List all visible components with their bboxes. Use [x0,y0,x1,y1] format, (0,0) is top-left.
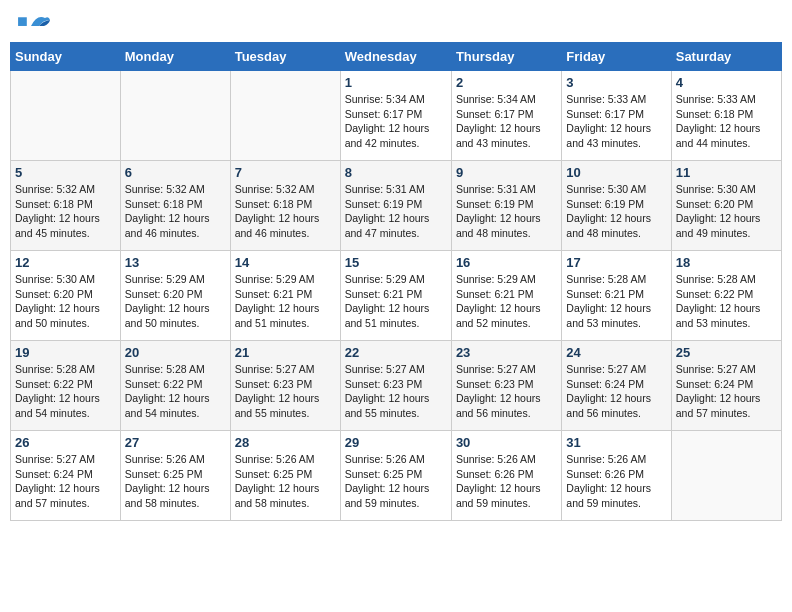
day-number: 28 [235,435,336,450]
logo: ■ [15,15,51,32]
calendar-cell [11,71,121,161]
day-number: 24 [566,345,666,360]
calendar-cell: 8Sunrise: 5:31 AMSunset: 6:19 PMDaylight… [340,161,451,251]
day-number: 17 [566,255,666,270]
day-number: 16 [456,255,557,270]
calendar-header-row: SundayMondayTuesdayWednesdayThursdayFrid… [11,43,782,71]
day-info: Sunrise: 5:29 AMSunset: 6:21 PMDaylight:… [456,272,557,331]
day-header-tuesday: Tuesday [230,43,340,71]
day-number: 8 [345,165,447,180]
calendar-cell: 6Sunrise: 5:32 AMSunset: 6:18 PMDaylight… [120,161,230,251]
calendar-cell [230,71,340,161]
day-number: 4 [676,75,777,90]
day-number: 1 [345,75,447,90]
day-info: Sunrise: 5:27 AMSunset: 6:24 PMDaylight:… [676,362,777,421]
day-number: 15 [345,255,447,270]
calendar-cell: 10Sunrise: 5:30 AMSunset: 6:19 PMDayligh… [562,161,671,251]
day-info: Sunrise: 5:34 AMSunset: 6:17 PMDaylight:… [456,92,557,151]
day-info: Sunrise: 5:26 AMSunset: 6:25 PMDaylight:… [345,452,447,511]
day-info: Sunrise: 5:28 AMSunset: 6:22 PMDaylight:… [15,362,116,421]
day-number: 26 [15,435,116,450]
calendar-cell: 9Sunrise: 5:31 AMSunset: 6:19 PMDaylight… [451,161,561,251]
day-number: 14 [235,255,336,270]
calendar-cell: 1Sunrise: 5:34 AMSunset: 6:17 PMDaylight… [340,71,451,161]
calendar-cell: 4Sunrise: 5:33 AMSunset: 6:18 PMDaylight… [671,71,781,161]
day-number: 5 [15,165,116,180]
page-header: ■ [10,10,782,32]
day-number: 23 [456,345,557,360]
calendar-cell: 28Sunrise: 5:26 AMSunset: 6:25 PMDayligh… [230,431,340,521]
day-number: 11 [676,165,777,180]
day-info: Sunrise: 5:29 AMSunset: 6:20 PMDaylight:… [125,272,226,331]
day-number: 18 [676,255,777,270]
day-info: Sunrise: 5:30 AMSunset: 6:19 PMDaylight:… [566,182,666,241]
day-info: Sunrise: 5:31 AMSunset: 6:19 PMDaylight:… [456,182,557,241]
day-header-friday: Friday [562,43,671,71]
calendar-cell: 26Sunrise: 5:27 AMSunset: 6:24 PMDayligh… [11,431,121,521]
calendar-cell: 19Sunrise: 5:28 AMSunset: 6:22 PMDayligh… [11,341,121,431]
day-info: Sunrise: 5:29 AMSunset: 6:21 PMDaylight:… [345,272,447,331]
day-info: Sunrise: 5:30 AMSunset: 6:20 PMDaylight:… [15,272,116,331]
day-number: 27 [125,435,226,450]
day-info: Sunrise: 5:28 AMSunset: 6:22 PMDaylight:… [125,362,226,421]
day-info: Sunrise: 5:26 AMSunset: 6:26 PMDaylight:… [566,452,666,511]
day-info: Sunrise: 5:27 AMSunset: 6:24 PMDaylight:… [15,452,116,511]
calendar-cell: 15Sunrise: 5:29 AMSunset: 6:21 PMDayligh… [340,251,451,341]
day-header-wednesday: Wednesday [340,43,451,71]
calendar-cell: 11Sunrise: 5:30 AMSunset: 6:20 PMDayligh… [671,161,781,251]
calendar-cell: 21Sunrise: 5:27 AMSunset: 6:23 PMDayligh… [230,341,340,431]
day-number: 7 [235,165,336,180]
calendar-cell: 30Sunrise: 5:26 AMSunset: 6:26 PMDayligh… [451,431,561,521]
calendar-cell: 18Sunrise: 5:28 AMSunset: 6:22 PMDayligh… [671,251,781,341]
calendar-cell: 25Sunrise: 5:27 AMSunset: 6:24 PMDayligh… [671,341,781,431]
week-row-1: 1Sunrise: 5:34 AMSunset: 6:17 PMDaylight… [11,71,782,161]
day-info: Sunrise: 5:32 AMSunset: 6:18 PMDaylight:… [15,182,116,241]
calendar-cell: 3Sunrise: 5:33 AMSunset: 6:17 PMDaylight… [562,71,671,161]
day-info: Sunrise: 5:27 AMSunset: 6:23 PMDaylight:… [345,362,447,421]
logo-bird-icon: ■ [17,11,51,32]
day-info: Sunrise: 5:26 AMSunset: 6:25 PMDaylight:… [235,452,336,511]
calendar-cell: 23Sunrise: 5:27 AMSunset: 6:23 PMDayligh… [451,341,561,431]
day-info: Sunrise: 5:27 AMSunset: 6:24 PMDaylight:… [566,362,666,421]
calendar-cell: 5Sunrise: 5:32 AMSunset: 6:18 PMDaylight… [11,161,121,251]
day-info: Sunrise: 5:27 AMSunset: 6:23 PMDaylight:… [235,362,336,421]
day-info: Sunrise: 5:33 AMSunset: 6:18 PMDaylight:… [676,92,777,151]
day-number: 6 [125,165,226,180]
day-info: Sunrise: 5:28 AMSunset: 6:21 PMDaylight:… [566,272,666,331]
day-info: Sunrise: 5:34 AMSunset: 6:17 PMDaylight:… [345,92,447,151]
calendar-cell: 22Sunrise: 5:27 AMSunset: 6:23 PMDayligh… [340,341,451,431]
day-number: 20 [125,345,226,360]
calendar-cell [120,71,230,161]
calendar-cell: 20Sunrise: 5:28 AMSunset: 6:22 PMDayligh… [120,341,230,431]
day-number: 10 [566,165,666,180]
week-row-2: 5Sunrise: 5:32 AMSunset: 6:18 PMDaylight… [11,161,782,251]
day-number: 12 [15,255,116,270]
week-row-3: 12Sunrise: 5:30 AMSunset: 6:20 PMDayligh… [11,251,782,341]
day-number: 22 [345,345,447,360]
day-number: 31 [566,435,666,450]
calendar-cell [671,431,781,521]
day-number: 3 [566,75,666,90]
calendar-cell: 27Sunrise: 5:26 AMSunset: 6:25 PMDayligh… [120,431,230,521]
calendar-cell: 13Sunrise: 5:29 AMSunset: 6:20 PMDayligh… [120,251,230,341]
calendar-cell: 7Sunrise: 5:32 AMSunset: 6:18 PMDaylight… [230,161,340,251]
day-info: Sunrise: 5:32 AMSunset: 6:18 PMDaylight:… [125,182,226,241]
day-number: 30 [456,435,557,450]
day-header-monday: Monday [120,43,230,71]
day-number: 13 [125,255,226,270]
calendar-cell: 24Sunrise: 5:27 AMSunset: 6:24 PMDayligh… [562,341,671,431]
day-info: Sunrise: 5:29 AMSunset: 6:21 PMDaylight:… [235,272,336,331]
day-number: 9 [456,165,557,180]
calendar-cell: 29Sunrise: 5:26 AMSunset: 6:25 PMDayligh… [340,431,451,521]
week-row-5: 26Sunrise: 5:27 AMSunset: 6:24 PMDayligh… [11,431,782,521]
day-info: Sunrise: 5:27 AMSunset: 6:23 PMDaylight:… [456,362,557,421]
calendar-cell: 14Sunrise: 5:29 AMSunset: 6:21 PMDayligh… [230,251,340,341]
calendar-cell: 31Sunrise: 5:26 AMSunset: 6:26 PMDayligh… [562,431,671,521]
day-info: Sunrise: 5:33 AMSunset: 6:17 PMDaylight:… [566,92,666,151]
day-info: Sunrise: 5:30 AMSunset: 6:20 PMDaylight:… [676,182,777,241]
week-row-4: 19Sunrise: 5:28 AMSunset: 6:22 PMDayligh… [11,341,782,431]
calendar-cell: 16Sunrise: 5:29 AMSunset: 6:21 PMDayligh… [451,251,561,341]
day-header-sunday: Sunday [11,43,121,71]
calendar-cell: 17Sunrise: 5:28 AMSunset: 6:21 PMDayligh… [562,251,671,341]
day-number: 21 [235,345,336,360]
